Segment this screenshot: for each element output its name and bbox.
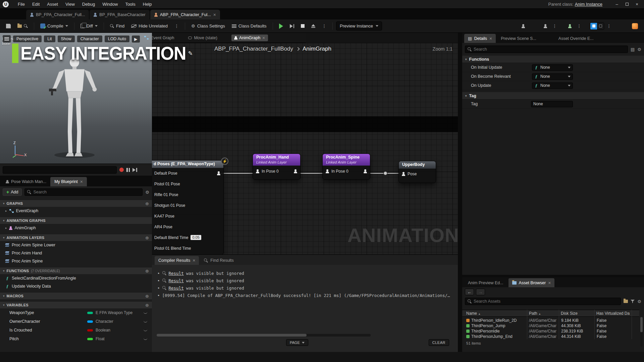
result-link[interactable]: Result [169, 278, 184, 283]
tab-bp-fpa-basecharacter[interactable]: BP_FPA_BaseCharacter [90, 10, 149, 19]
pin-rifle01-pose[interactable]: Rifle 01 Pose [152, 189, 223, 200]
details-search[interactable] [465, 46, 628, 53]
panel-splitter-horizontal[interactable] [462, 275, 644, 277]
column-disk-size[interactable]: Disk Size [561, 311, 578, 316]
node-procanim-hand[interactable]: ProcAnim_HandLinked Anim Layer In Pose 0 [253, 154, 301, 180]
menu-edit[interactable]: Edit [29, 1, 43, 8]
folder-icon[interactable] [624, 300, 628, 303]
menu-debug[interactable]: Debug [79, 1, 98, 8]
search-icon[interactable] [162, 286, 166, 290]
pin-pistol01-pose[interactable]: Pistol 01 Pose [152, 179, 223, 189]
column-has-virtualized[interactable]: Has Virtualized Da [596, 311, 630, 316]
show-button[interactable]: Show [58, 36, 75, 42]
clear-button[interactable]: CLEAR [429, 339, 449, 346]
compile-button[interactable]: Compile [38, 21, 71, 31]
pin-default-pose[interactable]: Default Pose [152, 168, 223, 179]
result-link[interactable]: Result [169, 271, 184, 276]
node-upperbody-output[interactable]: UpperBody Pose [398, 161, 436, 183]
hide-unrelated-button[interactable]: Hide Unrelated [128, 21, 170, 31]
scrollbar-thumb[interactable] [640, 317, 643, 332]
preview-mesh-button[interactable] [519, 22, 528, 30]
variable-row[interactable]: PitchFloat [0, 335, 152, 343]
menu-window[interactable]: Window [99, 1, 121, 8]
eye-closed-icon[interactable] [144, 338, 147, 340]
close-button[interactable]: × [633, 1, 641, 7]
display-filter-icon[interactable]: ▤ [631, 47, 635, 52]
timeline-scrub-bar[interactable] [3, 166, 117, 174]
search-input[interactable] [33, 190, 140, 194]
category-functions[interactable]: ▾Functions [462, 56, 644, 63]
play-options-button[interactable]: ⋮ [319, 21, 329, 31]
class-defaults-button[interactable]: Class Defaults [229, 21, 269, 31]
add-layer-icon[interactable]: ⊕ [145, 235, 149, 240]
play-button[interactable] [276, 21, 286, 31]
tab-my-blueprint[interactable]: My Blueprint× [50, 177, 87, 186]
eye-closed-icon[interactable] [144, 329, 147, 331]
editor-mode-toggle[interactable] [590, 22, 604, 30]
item-proc-anim-spine-lower[interactable]: Proc Anim Spine Lower [0, 241, 152, 249]
viewport-play-button[interactable]: ▶ [132, 36, 140, 43]
on-update-dropdown[interactable]: ƒNone [532, 82, 573, 89]
pin-shotgun01-pose[interactable]: Shotgun 01 Pose [152, 200, 223, 211]
my-blueprint-search[interactable] [24, 188, 143, 196]
pin-default-blend-time[interactable]: Default Blend Time0.05 [152, 232, 223, 243]
tab-bp-fpa-character-full[interactable]: BP_FPA_Character_Full... [26, 10, 89, 19]
asset-list-scrollbar[interactable] [640, 317, 643, 347]
column-path[interactable]: Path ▲ [529, 311, 541, 316]
panel-splitter[interactable] [458, 33, 462, 352]
step-forward-button[interactable] [132, 168, 137, 172]
tab-compiler-results[interactable]: Compiler Results× [155, 256, 199, 265]
eye-closed-icon[interactable] [144, 312, 147, 314]
class-settings-button[interactable]: ⚙Class Settings [189, 21, 228, 31]
section-animation-graphs[interactable]: ▾ANIMATION GRAPHS [0, 217, 152, 224]
blend-time-value-field[interactable]: 0.05 [191, 235, 201, 240]
out-pose-pin-icon[interactable] [294, 169, 297, 173]
tab-anim-preview-editor[interactable]: Anim Preview Ed... [464, 278, 507, 287]
asset-search[interactable] [465, 298, 621, 305]
close-tab-icon[interactable]: × [262, 36, 265, 40]
tab-details[interactable]: ▤Details× [464, 34, 496, 43]
pause-button[interactable] [126, 168, 130, 172]
category-tag[interactable]: ▾Tag [462, 92, 644, 100]
section-variables[interactable]: ▾VARIABLES⊕ [0, 302, 152, 308]
debug-object-button[interactable] [566, 22, 574, 30]
close-tab-icon[interactable]: × [193, 258, 195, 263]
tab-asset-override-editor[interactable]: Asset Override E... [555, 34, 597, 43]
item-select-cardinal-direction[interactable]: ƒSelectCardinalDirectionFromAngle [0, 274, 152, 282]
asset-row[interactable]: ThirdPersonIdle /All/Game/Char 238.319 K… [462, 328, 639, 334]
lit-button[interactable]: Lit [44, 36, 55, 42]
search-icon[interactable] [162, 271, 166, 275]
result-link[interactable]: Result [169, 286, 184, 291]
viewport-menu-icon[interactable] [3, 35, 11, 43]
tab-pose-watch-manager[interactable]: Pose Watch Man... [2, 177, 50, 186]
log-horizontal-scrollbar[interactable] [157, 334, 371, 337]
search-input[interactable] [474, 47, 625, 52]
pose-pin-icon[interactable] [256, 169, 259, 173]
record-button[interactable] [119, 168, 124, 172]
frame-skip-button[interactable] [287, 22, 297, 30]
hide-unrelated-options-button[interactable]: ⋮ [172, 21, 181, 31]
search-assets-input[interactable] [474, 299, 618, 304]
item-eventgraph[interactable]: ▸EventGraph [0, 207, 152, 215]
pose-pin-icon[interactable] [326, 169, 329, 173]
mode-options-button[interactable]: ⋮ [604, 21, 614, 31]
character-button[interactable]: Character [77, 36, 102, 42]
find-button[interactable]: Find [107, 21, 127, 31]
debug-options-button[interactable]: ⋮ [574, 21, 584, 31]
node-procanim-spine[interactable]: ProcAnim_SpineLinked Anim Layer In Pose … [322, 154, 370, 180]
mode-blueprint-icon[interactable] [590, 23, 597, 29]
section-graphs[interactable]: ▾GRAPHS⊕ [0, 200, 152, 207]
diff-button[interactable]: Diff [78, 21, 100, 31]
variable-row[interactable]: OwnerCharacterCharacter [0, 317, 152, 326]
preview-options-button[interactable]: ⋮ [550, 21, 559, 31]
pin-ar4-pose[interactable]: AR4 Pose [152, 222, 223, 232]
add-function-icon[interactable]: ⊕ [145, 268, 149, 274]
browse-to-asset-button[interactable] [15, 22, 31, 30]
column-name[interactable]: Name ▲ [466, 311, 481, 316]
pin-pistol01-blend-time[interactable]: Pistol 01 Blend Time [152, 243, 223, 254]
menu-file[interactable]: File [15, 1, 28, 8]
tab-move-state-2[interactable]: Move (state) [188, 36, 217, 40]
minimize-button[interactable]: – [612, 1, 621, 7]
scrollbar-thumb[interactable] [157, 334, 307, 337]
menu-asset[interactable]: Asset [44, 1, 61, 8]
